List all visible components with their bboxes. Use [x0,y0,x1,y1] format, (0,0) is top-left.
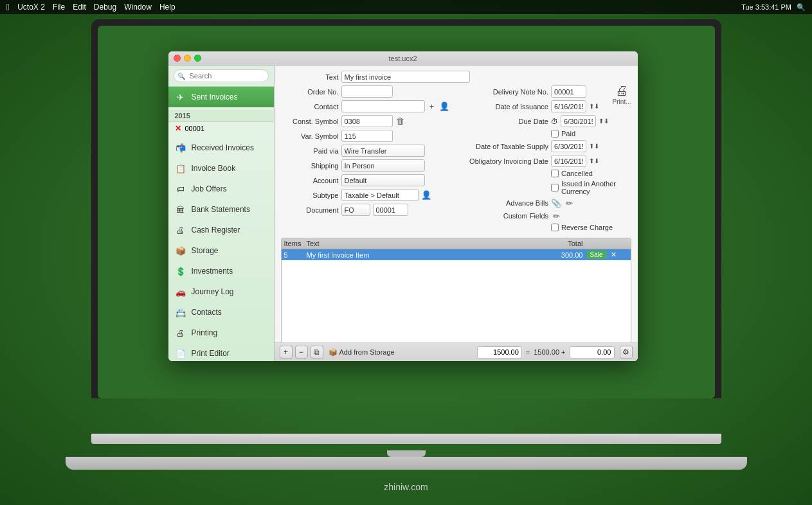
subtype-person-icon[interactable]: 👤 [421,190,431,200]
cancelled-checkbox[interactable] [551,170,559,177]
add-item-button[interactable]: + [280,346,293,359]
sidebar-item-invoice-book[interactable]: 📋 Invoice Book [168,158,274,179]
delete-icon[interactable]: ✕ [175,124,181,133]
cancelled-label: Cancelled [561,170,593,177]
items-table: Items Text Total 5 My first Invoice Item… [281,238,631,342]
sidebar-item-sent-invoices[interactable]: ✈ Sent Invoices [168,87,274,107]
order-no-input[interactable] [341,85,393,98]
invoice-list-item[interactable]: ✕ 00001 [168,122,274,135]
row-delete-icon[interactable]: ✕ [611,251,617,258]
app-name[interactable]: UctoX 2 [17,3,45,12]
sidebar-label-cash: Cash Register [192,226,240,235]
shipping-select[interactable]: In Person [341,159,425,172]
paid-via-select[interactable]: Wire Transfer [341,145,425,157]
minimize-button[interactable] [184,55,191,62]
search-menu-icon[interactable]: 🔍 [797,3,806,12]
advance-bills-label: Advance Bills [458,199,548,207]
paid-checkbox[interactable] [551,130,559,137]
sidebar-item-bank-statements[interactable]: 🏛 Bank Statements [168,199,274,220]
custom-fields-edit-icon[interactable]: ✏ [551,211,561,221]
sidebar-item-investments[interactable]: 💲 Investments [168,261,274,281]
due-date-stepper-icon[interactable]: ⬆⬇ [599,116,609,127]
currency-label: Issued in Another Currency [561,180,631,195]
sidebar-item-journey-log[interactable]: 🚗 Journey Log [168,281,274,302]
equals-sign: = [526,348,530,356]
delivery-note-input[interactable] [551,85,586,98]
const-symbol-input[interactable] [341,115,393,127]
account-select-wrap: Default [341,174,425,186]
search-icon: 🔍 [177,73,185,80]
order-no-label: Order No. [281,88,339,96]
sidebar-item-contacts[interactable]: 📇 Contacts [168,302,274,323]
remove-item-button[interactable]: − [295,346,308,359]
sidebar-item-job-offers[interactable]: 🏷 Job Offers [168,179,274,199]
taxable-date-row: Date of Taxable Supply ⬆⬇ [458,140,631,152]
var-symbol-input[interactable] [341,130,393,142]
obligatory-stepper-icon[interactable]: ⬆⬇ [589,156,599,166]
close-button[interactable] [174,55,181,62]
obligatory-date-input[interactable] [551,155,586,167]
currency-row: Issued in Another Currency [458,180,631,195]
row-total: 300.00 [532,251,583,259]
col-header-text: Text [307,240,532,247]
contact-person-icon[interactable]: 👤 [439,102,449,112]
delete-const-icon[interactable]: 🗑 [395,116,406,127]
issuance-stepper-icon[interactable]: ⬆⬇ [589,102,599,112]
traffic-lights [174,55,201,62]
advance-bills-edit-icon[interactable]: ✏ [564,198,574,208]
menu-debug[interactable]: Debug [94,3,116,12]
contact-row: Contact + 👤 [281,100,454,112]
total-input-1[interactable] [477,346,522,359]
total-section: = 1500.00 + [477,346,615,359]
contact-input[interactable] [341,100,425,112]
main-window: test.ucx2 🔍 ✈ [168,51,638,361]
sidebar: 🔍 ✈ Sent Invoices 2015 [168,66,275,361]
sidebar-item-received-invoices[interactable]: 📬 Received Invoices [168,137,274,158]
add-from-storage-button[interactable]: 📦 Add from Storage [329,348,395,357]
taxable-date-input[interactable] [551,140,586,152]
paid-via-select-wrap: Wire Transfer [341,145,425,157]
sidebar-item-print-editor[interactable]: 📄 Print Editor [168,343,274,361]
table-row[interactable]: 5 My first Invoice Item 300.00 Sale ✕ [282,249,631,260]
settings-button[interactable]: ⚙ [620,346,633,359]
sidebar-label-sent-invoices: Sent Invoices [192,93,238,102]
menu-edit[interactable]: Edit [73,3,86,12]
col-header-total: Total [532,240,583,247]
taxable-stepper-icon[interactable]: ⬆⬇ [589,141,599,152]
subtype-input[interactable] [341,189,419,201]
sidebar-item-storage[interactable]: 📦 Storage [168,240,274,261]
paid-via-row: Paid via Wire Transfer [281,145,454,157]
var-symbol-label: Var. Symbol [281,132,339,140]
doc-type-select[interactable]: FO [341,204,370,216]
currency-checkbox[interactable] [551,184,559,191]
print-button-area[interactable]: 🖨 Print... [606,80,638,109]
form-left-col: Order No. Contact + [281,85,454,234]
total-input-3[interactable] [570,346,615,359]
apple-menu[interactable]:  [6,2,10,12]
due-date-input[interactable] [561,115,596,127]
menubar:  UctoX 2 File Edit Debug Window Help Tu… [0,0,812,14]
document-row: Document FO [281,204,454,216]
sidebar-label-bank: Bank Statements [192,205,250,214]
contact-add-icon[interactable]: + [427,102,437,112]
screen: test.ucx2 🔍 ✈ [98,26,715,398]
doc-no-input[interactable] [373,204,408,216]
date-issuance-input[interactable] [551,100,586,112]
text-input[interactable] [341,71,470,83]
total-value-2: 1500.00 + [534,348,565,356]
copy-item-button[interactable]: ⧉ [311,346,323,359]
sidebar-item-printing[interactable]: 🖨 Printing [168,323,274,343]
reverse-charge-checkbox[interactable] [551,224,559,231]
advance-bills-icon[interactable]: 📎 [551,198,561,208]
maximize-button[interactable] [194,55,201,62]
reverse-charge-label: Reverse Charge [561,224,613,231]
invoice-number: 00001 [185,125,205,132]
account-select[interactable]: Default [341,174,425,186]
menu-window[interactable]: Window [124,3,152,12]
search-input[interactable] [174,69,269,82]
sidebar-item-cash-register[interactable]: 🖨 Cash Register [168,220,274,240]
menu-file[interactable]: File [53,3,65,12]
menu-help[interactable]: Help [159,3,176,12]
table-header: Items Text Total [282,238,631,249]
sale-badge: Sale [587,251,606,259]
